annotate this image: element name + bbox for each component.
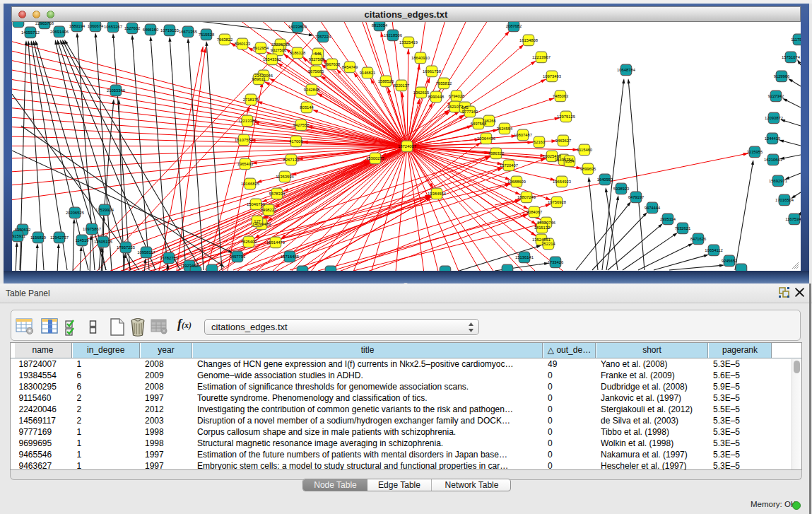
svg-text:16033809: 16033809 [288,25,307,29]
svg-text:3498222: 3498222 [261,208,277,212]
svg-text:11353594: 11353594 [276,175,294,179]
svg-text:20206525: 20206525 [66,211,84,215]
svg-text:12505135: 12505135 [94,240,112,244]
svg-text:16120746: 16120746 [537,221,555,225]
svg-text:252214: 252214 [541,242,555,246]
svg-text:3675685: 3675685 [308,69,324,74]
svg-text:15136141: 15136141 [515,255,534,259]
svg-text:23226058: 23226058 [271,42,290,47]
svg-text:9457791: 9457791 [230,255,246,259]
svg-text:1815132: 1815132 [534,226,551,230]
svg-text:9227342: 9227342 [768,94,784,98]
svg-text:1060674: 1060674 [88,24,104,28]
svg-text:1117516: 1117516 [791,37,801,42]
svg-text:10975867: 10975867 [83,227,101,231]
svg-text:5578334: 5578334 [269,192,286,196]
svg-text:19166825: 19166825 [241,182,259,186]
svg-text:1640953: 1640953 [597,177,613,182]
svg-text:12942737: 12942737 [50,235,69,240]
svg-text:16961758: 16961758 [423,69,441,74]
svg-text:10648784: 10648784 [617,68,636,72]
svg-text:8350612: 8350612 [15,228,31,232]
svg-text:7632621: 7632621 [675,226,691,230]
svg-text:10653267: 10653267 [104,25,122,29]
svg-text:12213389: 12213389 [238,119,257,123]
svg-text:7485063: 7485063 [553,94,569,98]
svg-text:17957255: 17957255 [117,245,135,250]
svg-text:11923468: 11923468 [180,264,198,268]
svg-text:2967608: 2967608 [324,62,341,66]
svg-text:9427552: 9427552 [293,123,310,127]
svg-text:8267130: 8267130 [283,158,300,162]
svg-text:9584: 9584 [565,159,575,163]
svg-text:6479197: 6479197 [628,195,645,199]
svg-text:15716485: 15716485 [281,255,299,259]
svg-text:13325419: 13325419 [399,40,418,45]
svg-text:19756928: 19756928 [548,200,566,204]
svg-text:1965493: 1965493 [237,162,254,166]
svg-text:1156819: 1156819 [30,235,46,240]
svg-text:10958117: 10958117 [137,250,155,255]
svg-text:3624554: 3624554 [497,127,513,131]
svg-text:15300275: 15300275 [366,156,384,160]
svg-text:1362615: 1362615 [413,90,430,95]
svg-text:127: 127 [254,219,261,223]
svg-text:12975125: 12975125 [557,115,575,119]
svg-text:15692971: 15692971 [769,179,787,183]
svg-text:10973493: 10973493 [543,74,561,78]
svg-text:10688609: 10688609 [507,180,526,184]
svg-text:15751074: 15751074 [782,55,801,59]
svg-text:6794028: 6794028 [449,94,465,98]
svg-text:62160: 62160 [534,140,545,144]
svg-text:19218506: 19218506 [384,33,402,37]
svg-text:7663822: 7663822 [217,37,233,42]
svg-text:3215955: 3215955 [747,150,763,154]
svg-text:9777169: 9777169 [462,110,478,114]
svg-text:9245652: 9245652 [722,259,738,263]
svg-text:15720407: 15720407 [500,163,518,168]
svg-text:14055712: 14055712 [21,30,40,35]
svg-text:18724007: 18724007 [398,144,416,148]
svg-text:7515528: 7515528 [199,33,215,37]
svg-text:17539924: 17539924 [95,208,114,212]
svg-text:1733426: 1733426 [548,260,564,264]
svg-text:12213967: 12213967 [532,55,551,59]
svg-text:8220137: 8220137 [394,83,410,88]
svg-text:7357224: 7357224 [315,35,331,39]
svg-text:417006: 417006 [289,139,302,144]
svg-text:9327506: 9327506 [271,48,287,52]
svg-text:19384554: 19384554 [428,192,447,196]
svg-text:8912954: 8912954 [253,46,269,50]
svg-text:7386322: 7386322 [488,151,505,156]
svg-text:8186328: 8186328 [290,51,306,55]
svg-text:20691406: 20691406 [50,30,69,34]
svg-text:15046736: 15046736 [247,202,265,206]
svg-text:546: 546 [314,52,322,56]
svg-text:21053346: 21053346 [107,88,125,93]
svg-text:18640910: 18640910 [411,56,430,60]
svg-text:16671355: 16671355 [179,30,197,34]
svg-text:16782759: 16782759 [160,256,178,260]
svg-text:16210643: 16210643 [764,158,782,162]
svg-text:16914479: 16914479 [266,240,285,245]
svg-text:16154808: 16154808 [519,38,538,42]
svg-text:9242848: 9242848 [304,88,320,92]
svg-text:9146821: 9146821 [360,71,376,75]
svg-text:1244415: 1244415 [765,136,781,141]
svg-text:9474444: 9474444 [645,206,661,210]
svg-text:7955812: 7955812 [436,81,452,86]
svg-text:9129966: 9129966 [774,74,790,78]
svg-text:3915911: 3915911 [12,234,25,238]
svg-text:9115460: 9115460 [577,148,592,152]
svg-text:8471626: 8471626 [690,237,707,241]
svg-text:18807249: 18807249 [517,195,536,199]
svg-text:2718176: 2718176 [243,98,259,102]
svg-text:8990448: 8990448 [428,95,445,99]
svg-text:6497568: 6497568 [471,122,487,126]
svg-text:16107552: 16107552 [235,138,253,142]
svg-text:1883194: 1883194 [69,24,86,28]
svg-text:1527602: 1527602 [124,26,141,30]
svg-text:2087682: 2087682 [506,24,522,28]
svg-text:5938923: 5938923 [613,187,630,191]
svg-text:12093872: 12093872 [765,116,783,120]
